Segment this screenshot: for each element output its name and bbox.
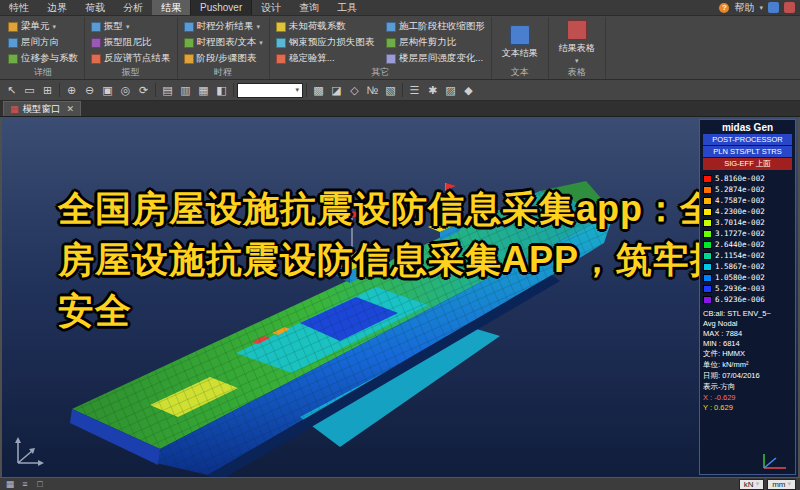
unit-length-select[interactable]: mm▾ [767, 479, 796, 490]
select-window-icon[interactable]: ▭ [21, 82, 38, 99]
close-icon[interactable]: ✕ [67, 104, 75, 114]
shade-mode-icon[interactable]: ◪ [328, 82, 345, 99]
ribbon-item-label: 施工阶段柱收缩图形 [399, 20, 485, 33]
help-menu[interactable]: 帮助 [734, 1, 754, 15]
view-iso-icon[interactable]: ◧ [213, 82, 230, 99]
ribbon-item[interactable]: 梁单元▾ [6, 19, 80, 34]
ribbon-item-icon [276, 22, 286, 32]
chevron-down-icon: ▾ [295, 86, 299, 94]
legend-entry: 5.8160e-002 [703, 173, 792, 184]
select-plane-icon[interactable]: ⊞ [39, 82, 56, 99]
message-window-icon[interactable]: ≡ [19, 479, 31, 489]
ribbon-group-body: 振型▾振型阻尼比反应谱节点结果 [89, 17, 173, 66]
ribbon-item-icon [91, 38, 101, 48]
chevron-down-icon: ▾ [787, 480, 791, 488]
ribbon-item[interactable]: 反应谱节点结果 [89, 51, 173, 66]
ribbon-item[interactable]: 时程分析结果▾ [182, 19, 265, 34]
menu-tab[interactable]: Pushover [190, 0, 252, 15]
legend-color-swatch [703, 263, 712, 271]
legend-entry: 2.6440e-002 [703, 239, 792, 250]
help-icon[interactable]: ? [719, 3, 729, 13]
ribbon-item[interactable]: 层构件剪力比 [384, 35, 487, 50]
view-preset-combo[interactable]: ▾ [237, 83, 303, 98]
ribbon-item[interactable]: 稳定验算... [274, 51, 377, 66]
ribbon-item-label: 文本结果 [502, 47, 538, 60]
element-number-icon[interactable]: ▧ [382, 82, 399, 99]
node-number-icon[interactable]: № [364, 82, 381, 99]
menu-tab[interactable]: 荷载 [76, 0, 114, 15]
view-top-icon[interactable]: ▦ [195, 82, 212, 99]
ribbon-item-icon [184, 22, 194, 32]
pan-icon[interactable]: ◎ [117, 82, 134, 99]
rotate-icon[interactable]: ⟳ [135, 82, 152, 99]
legend-value: 1.0580e-002 [715, 273, 765, 282]
ribbon-item[interactable]: 未知荷载系数 [274, 19, 377, 34]
menu-tab[interactable]: 边界 [38, 0, 76, 15]
zoom-out-icon[interactable]: ⊖ [81, 82, 98, 99]
ribbon-group-label: 表格 [553, 66, 601, 79]
menu-tab[interactable]: 工具 [328, 0, 366, 15]
select-icon[interactable]: ↖ [3, 82, 20, 99]
ribbon-item-label: 时程分析结果 [197, 20, 254, 33]
ribbon-item[interactable]: 阶段/步骤图表 [182, 51, 265, 66]
menu-tab[interactable]: 结果 [152, 0, 190, 15]
render-options-icon[interactable]: ✱ [424, 82, 441, 99]
ribbon-item[interactable]: 振型▾ [89, 19, 173, 34]
grid-toggle-icon[interactable]: □ [34, 479, 46, 489]
legend-color-swatch [703, 175, 712, 183]
menu-tab[interactable]: 分析 [114, 0, 152, 15]
legend-color-swatch [703, 219, 712, 227]
display-options-icon[interactable]: ☰ [406, 82, 423, 99]
legend-color-swatch [703, 241, 712, 249]
ribbon-item[interactable]: 时程图表/文本▾ [182, 35, 265, 50]
legend-entry: 1.5867e-002 [703, 261, 792, 272]
menu-tab[interactable]: 设计 [252, 0, 290, 15]
model-info-icon[interactable]: ▦ [4, 479, 16, 489]
menu-tab[interactable]: 特性 [0, 0, 38, 15]
contour-toggle-icon[interactable]: ▨ [442, 82, 459, 99]
ribbon-item[interactable]: 振型阻尼比 [89, 35, 173, 50]
ribbon-group-label: 详细 [6, 66, 80, 79]
status-bar: ▦≡□ kN▾mm▾ [0, 477, 800, 490]
ribbon-item-icon [91, 54, 101, 64]
ribbon-item-icon [276, 54, 286, 64]
legend-color-swatch [703, 252, 712, 260]
ribbon-item[interactable]: 位移参与系数 [6, 51, 80, 66]
view-side-icon[interactable]: ▥ [177, 82, 194, 99]
tab-model-window[interactable]: ▦ 模型窗口 ✕ [3, 101, 81, 116]
menu-tab[interactable]: 查询 [290, 0, 328, 15]
ribbon-item[interactable]: 施工阶段柱收缩图形 [384, 19, 487, 34]
ribbon-button[interactable]: 结果表格▾ [553, 20, 601, 65]
legend-info-line: 日期: 07/04/2016 [703, 371, 792, 381]
legend-color-swatch [703, 285, 712, 293]
ribbon-item[interactable]: 钢束预应力损失图表 [274, 35, 377, 50]
ucs-triad-icon [10, 427, 54, 471]
ribbon-item-icon [510, 25, 530, 45]
ribbon-groups: 梁单元▾层间方向位移参与系数详细振型▾振型阻尼比反应谱节点结果振型时程分析结果▾… [0, 16, 800, 80]
ribbon-item-label: 位移参与系数 [21, 52, 78, 65]
ribbon-item-icon [386, 54, 396, 64]
midas-gen-window: 特性边界荷载分析结果Pushover设计查询工具 ? 帮助 ▾ 梁单元▾层间方向… [0, 0, 800, 490]
statusbar-left: ▦≡□ [4, 479, 46, 489]
view-front-icon[interactable]: ▤ [159, 82, 176, 99]
hidden-surface-icon[interactable]: ▩ [310, 82, 327, 99]
unit-value: kN [744, 480, 754, 489]
ribbon-button[interactable]: 文本结果 [496, 25, 544, 60]
unit-force-select[interactable]: kN▾ [739, 479, 764, 490]
model-viewport[interactable]: 全国房屋设施抗震设防信息采集app：全国房屋设施抗震设防信息采集APP，筑牢抗震… [0, 117, 800, 477]
legend-toggle-icon[interactable]: ◆ [460, 82, 477, 99]
zoom-in-icon[interactable]: ⊕ [63, 82, 80, 99]
ribbon-item-icon [276, 38, 286, 48]
ribbon-item[interactable]: 楼层层间强度变化... [384, 51, 487, 66]
window-icon-blue[interactable] [768, 2, 779, 13]
legend-entry: 4.2300e-002 [703, 206, 792, 217]
zoom-fit-icon[interactable]: ▣ [99, 82, 116, 99]
window-icon-red[interactable] [784, 2, 795, 13]
legend-value: 4.7587e-002 [715, 196, 765, 205]
ribbon-group-label: 文本 [496, 66, 544, 79]
wireframe-icon[interactable]: ◇ [346, 82, 363, 99]
ribbon-group-body: 未知荷载系数钢束预应力损失图表稳定验算...施工阶段柱收缩图形层构件剪力比楼层层… [274, 17, 487, 66]
ribbon-item[interactable]: 层间方向 [6, 35, 80, 50]
legend-color-swatch [703, 186, 712, 194]
legend-color-swatch [703, 208, 712, 216]
